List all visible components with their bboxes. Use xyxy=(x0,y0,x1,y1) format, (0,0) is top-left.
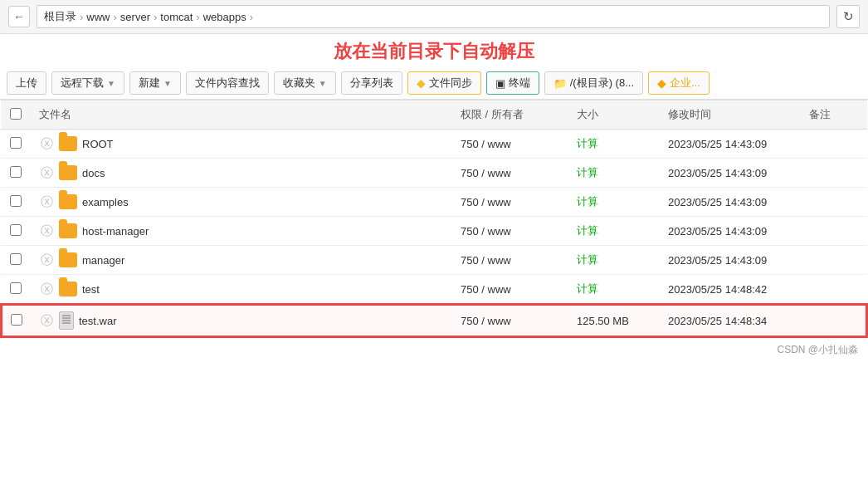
row-checkbox[interactable] xyxy=(10,166,22,178)
shield-icon: ⓧ xyxy=(39,313,54,328)
content-search-button[interactable]: 文件内容查找 xyxy=(186,71,269,95)
breadcrumb: 根目录 › www › server › tomcat › webapps › xyxy=(37,5,830,28)
table-row[interactable]: ⓧexamples750 / www计算2023/05/25 14:43:09 xyxy=(1,188,867,217)
file-icon xyxy=(59,311,74,330)
row-checkbox[interactable] xyxy=(10,253,22,265)
file-name-cell: ⓧexamples xyxy=(39,194,444,209)
file-size: 计算 xyxy=(568,275,660,305)
upload-button[interactable]: 上传 xyxy=(7,71,46,95)
header-filename: 文件名 xyxy=(31,100,452,130)
file-sync-button[interactable]: ◆ 文件同步 xyxy=(407,71,481,95)
file-permission: 750 / www xyxy=(452,246,568,275)
table-row[interactable]: ⓧROOT750 / www计算2023/05/25 14:43:09 xyxy=(1,130,867,159)
diamond-icon: ◆ xyxy=(657,76,666,90)
file-permission: 750 / www xyxy=(452,159,568,188)
title-banner: 放在当前目录下自动解压 xyxy=(0,34,868,67)
back-button[interactable]: ← xyxy=(8,6,30,27)
terminal-icon: ▣ xyxy=(495,77,505,90)
row-checkbox[interactable] xyxy=(10,137,22,149)
file-notes xyxy=(801,188,867,217)
file-table-wrapper: 文件名 权限 / 所有者 大小 修改时间 备注 ⓧROOT750 / www计算… xyxy=(0,100,868,338)
file-name-cell: ⓧdocs xyxy=(39,165,444,180)
file-name-cell: ⓧhost-manager xyxy=(39,223,444,238)
file-name-cell: ⓧtest xyxy=(39,282,444,296)
file-size: 计算 xyxy=(568,130,660,159)
row-checkbox[interactable] xyxy=(10,224,22,236)
table-row[interactable]: ⓧtest750 / www计算2023/05/25 14:48:42 xyxy=(1,275,867,305)
folder-icon xyxy=(59,136,77,151)
shield-icon: ⓧ xyxy=(39,223,54,238)
file-modify-time: 2023/05/25 14:43:09 xyxy=(660,217,801,246)
header-size: 大小 xyxy=(568,100,660,130)
folder-icon xyxy=(59,194,77,209)
file-permission: 750 / www xyxy=(452,275,568,305)
share-list-button[interactable]: 分享列表 xyxy=(341,71,402,95)
file-permission: 750 / www xyxy=(452,188,568,217)
table-row[interactable]: ⓧdocs750 / www计算2023/05/25 14:43:09 xyxy=(1,159,867,188)
table-row[interactable]: ⓧmanager750 / www计算2023/05/25 14:43:09 xyxy=(1,246,867,275)
table-header-row: 文件名 权限 / 所有者 大小 修改时间 备注 xyxy=(1,100,867,130)
file-permission: 750 / www xyxy=(452,130,568,159)
file-notes xyxy=(801,217,867,246)
file-notes xyxy=(801,159,867,188)
breadcrumb-www[interactable]: www xyxy=(86,11,110,23)
file-size: 125.50 MB xyxy=(568,304,660,337)
folder-icon xyxy=(59,252,77,267)
dropdown-arrow-icon: ▼ xyxy=(163,79,172,88)
shield-icon: ⓧ xyxy=(39,165,54,180)
shield-icon: ⓧ xyxy=(39,252,54,267)
new-create-button[interactable]: 新建 ▼ xyxy=(129,71,181,95)
select-all-checkbox[interactable] xyxy=(10,108,22,120)
file-notes xyxy=(801,246,867,275)
file-name-text[interactable]: examples xyxy=(82,196,129,208)
file-name-text[interactable]: test xyxy=(82,283,100,296)
shield-icon: ⓧ xyxy=(39,282,54,296)
address-bar: ← 根目录 › www › server › tomcat › webapps … xyxy=(0,0,868,34)
file-size: 计算 xyxy=(568,217,660,246)
file-permission: 750 / www xyxy=(452,217,568,246)
file-name-text[interactable]: host-manager xyxy=(82,225,149,238)
file-size: 计算 xyxy=(568,188,660,217)
file-name-text[interactable]: docs xyxy=(82,167,105,179)
file-notes xyxy=(801,275,867,305)
breadcrumb-webapps[interactable]: webapps xyxy=(203,11,246,23)
folder-icon xyxy=(59,223,77,238)
dropdown-arrow-icon: ▼ xyxy=(319,79,327,88)
enterprise-button[interactable]: ◆ 企业... xyxy=(648,71,710,95)
breadcrumb-server[interactable]: server xyxy=(120,11,150,23)
favorites-button[interactable]: 收藏夹 ▼ xyxy=(274,71,336,95)
file-size: 计算 xyxy=(568,246,660,275)
table-row[interactable]: ⓧhost-manager750 / www计算2023/05/25 14:43… xyxy=(1,217,867,246)
toolbar: 上传 远程下载 ▼ 新建 ▼ 文件内容查找 收藏夹 ▼ 分享列表 ◆ 文件同步 … xyxy=(0,67,868,100)
row-checkbox[interactable] xyxy=(11,314,22,326)
file-modify-time: 2023/05/25 14:43:09 xyxy=(660,130,801,159)
refresh-button[interactable]: ↻ xyxy=(836,5,860,28)
file-modify-time: 2023/05/25 14:48:34 xyxy=(660,304,801,337)
remote-download-button[interactable]: 远程下载 ▼ xyxy=(51,71,124,95)
shield-icon: ⓧ xyxy=(39,194,54,209)
file-name-text[interactable]: ROOT xyxy=(82,138,114,150)
header-checkbox[interactable] xyxy=(1,100,31,130)
file-permission: 750 / www xyxy=(452,304,568,337)
root-dir-button[interactable]: 📁 /(根目录) (8... xyxy=(544,71,643,95)
header-notes: 备注 xyxy=(801,100,867,130)
row-checkbox[interactable] xyxy=(10,282,22,294)
file-name-text[interactable]: test.war xyxy=(79,315,117,327)
breadcrumb-tomcat[interactable]: tomcat xyxy=(160,11,193,23)
file-table: 文件名 权限 / 所有者 大小 修改时间 备注 ⓧROOT750 / www计算… xyxy=(0,100,868,338)
terminal-button[interactable]: ▣ 终端 xyxy=(486,71,539,95)
file-name-cell: ⓧtest.war xyxy=(39,311,444,330)
table-row[interactable]: ⓧtest.war750 / www125.50 MB2023/05/25 14… xyxy=(1,304,867,337)
file-modify-time: 2023/05/25 14:43:09 xyxy=(660,246,801,275)
breadcrumb-root[interactable]: 根目录 xyxy=(44,9,76,24)
footer: CSDN @小扎仙淼 xyxy=(0,338,868,360)
file-name-text[interactable]: manager xyxy=(82,254,124,267)
file-modify-time: 2023/05/25 14:43:09 xyxy=(660,159,801,188)
folder-icon xyxy=(59,165,77,180)
row-checkbox[interactable] xyxy=(10,195,22,207)
folder-icon xyxy=(59,282,77,296)
file-size: 计算 xyxy=(568,159,660,188)
file-name-cell: ⓧROOT xyxy=(39,136,444,151)
header-permission: 权限 / 所有者 xyxy=(452,100,568,130)
header-modify-time: 修改时间 xyxy=(660,100,801,130)
